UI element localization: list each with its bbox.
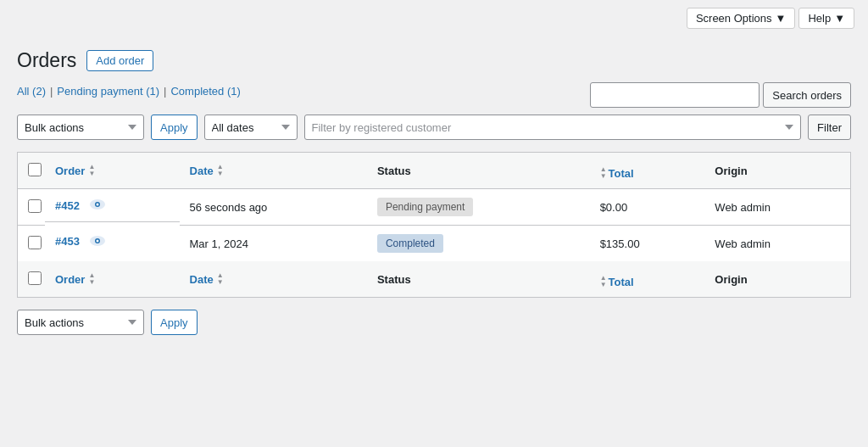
orders-table: Order ▲▼ Date ▲▼ Status ▲▼ Total: [17, 152, 851, 298]
filter-pending-link[interactable]: Pending payment (1): [57, 85, 159, 98]
table-row: #45256 seconds agoPending payment$0.00We…: [18, 189, 851, 226]
row-0-order-link[interactable]: #452: [55, 199, 80, 212]
table-row: #453Mar 1, 2024Completed$135.00Web admin: [18, 226, 851, 262]
screen-options-chevron-icon: ▼: [776, 12, 787, 25]
row-1-origin-cell: Web admin: [704, 226, 850, 262]
row-0-checkbox-cell: [18, 189, 46, 226]
row-1-status-badge: Completed: [377, 234, 443, 253]
col-header-status: Status: [367, 153, 590, 189]
footer-date-sort-arrows-icon: ▲▼: [217, 272, 224, 286]
help-button[interactable]: Help ▼: [798, 8, 854, 29]
col-header-date: Date ▲▼: [180, 153, 367, 189]
row-0-checkbox[interactable]: [28, 199, 42, 213]
help-chevron-icon: ▼: [834, 12, 845, 25]
row-0-origin-cell: Web admin: [704, 189, 850, 226]
search-input[interactable]: [590, 82, 760, 108]
col-header-order: Order ▲▼: [45, 153, 180, 189]
top-bar: Screen Options ▼ Help ▼: [0, 0, 868, 36]
table-header-row: Order ▲▼ Date ▲▼ Status ▲▼ Total: [18, 153, 851, 189]
filter-links: All (2) | Pending payment (1) | Complete…: [17, 85, 241, 98]
order-sort-button[interactable]: Order ▲▼: [55, 164, 95, 177]
footer-col-order: Order ▲▼: [45, 261, 180, 298]
row-0-view-icon[interactable]: [90, 198, 105, 213]
row-0-status-cell: Pending payment: [367, 189, 590, 226]
main-content: Orders Add order All (2) | Pending payme…: [0, 36, 868, 349]
add-order-button[interactable]: Add order: [86, 50, 153, 71]
bulk-actions-top-select[interactable]: Bulk actions: [17, 115, 144, 140]
date-sort-arrows-icon: ▲▼: [217, 164, 224, 177]
total-sort-arrows-icon: ▲▼: [600, 166, 607, 180]
filter-by-customer-select[interactable]: Filter by registered customer: [304, 115, 802, 140]
footer-col-origin: Origin: [704, 261, 850, 298]
row-1-view-icon[interactable]: [90, 234, 105, 249]
top-filter-row: Bulk actions Apply All dates Filter by r…: [17, 115, 851, 140]
table-footer-row: Order ▲▼ Date ▲▼ Status ▲▼ Total: [18, 261, 851, 298]
footer-total-sort-button[interactable]: ▲▼ Total: [600, 275, 634, 288]
svg-point-5: [96, 239, 98, 242]
filter-button[interactable]: Filter: [808, 115, 851, 140]
bottom-toolbar: Bulk actions Apply: [17, 298, 851, 335]
footer-date-sort-button[interactable]: Date ▲▼: [190, 272, 224, 286]
select-all-checkbox[interactable]: [28, 163, 42, 176]
all-dates-select[interactable]: All dates: [204, 115, 298, 140]
footer-col-date: Date ▲▼: [180, 261, 367, 298]
screen-options-button[interactable]: Screen Options ▼: [687, 8, 795, 29]
row-1-order-link[interactable]: #453: [55, 235, 80, 248]
bulk-actions-bottom-select[interactable]: Bulk actions: [17, 310, 144, 335]
col-header-total: ▲▼ Total: [590, 153, 705, 189]
footer-col-total: ▲▼ Total: [590, 261, 705, 298]
row-0-order-cell: #452: [45, 189, 180, 222]
apply-top-button[interactable]: Apply: [151, 115, 198, 140]
date-sort-button[interactable]: Date ▲▼: [190, 164, 224, 177]
col-header-origin: Origin: [704, 153, 850, 189]
order-sort-arrows-icon: ▲▼: [88, 164, 95, 177]
svg-point-2: [96, 204, 98, 206]
screen-options-label: Screen Options: [696, 12, 772, 25]
row-1-order-cell: #453: [45, 226, 180, 258]
footer-col-checkbox: [18, 261, 46, 298]
row-0-total-cell: $0.00: [590, 189, 705, 226]
row-1-date-cell: Mar 1, 2024: [180, 226, 367, 262]
help-label: Help: [808, 12, 831, 25]
row-1-status-cell: Completed: [367, 226, 590, 262]
row-0-status-badge: Pending payment: [377, 198, 473, 216]
col-header-checkbox: [18, 153, 46, 189]
row-1-checkbox-cell: [18, 226, 46, 262]
select-all-footer-checkbox[interactable]: [28, 271, 42, 285]
filter-completed-link[interactable]: Completed (1): [170, 85, 240, 98]
search-orders-group: Search orders: [590, 82, 851, 108]
apply-bottom-button[interactable]: Apply: [151, 310, 198, 335]
footer-col-status: Status: [367, 261, 590, 298]
footer-order-sort-button[interactable]: Order ▲▼: [55, 272, 95, 286]
footer-order-sort-arrows-icon: ▲▼: [88, 272, 95, 286]
row-1-total-cell: $135.00: [590, 226, 705, 262]
footer-total-sort-arrows-icon: ▲▼: [600, 275, 607, 288]
page-header: Orders Add order: [17, 49, 851, 72]
row-0-date-cell: 56 seconds ago: [180, 189, 367, 226]
search-orders-button[interactable]: Search orders: [763, 82, 851, 108]
total-sort-button[interactable]: ▲▼ Total: [600, 166, 634, 180]
row-1-checkbox[interactable]: [28, 236, 42, 249]
filter-all-link[interactable]: All (2): [17, 85, 46, 98]
page-title: Orders: [17, 49, 76, 72]
